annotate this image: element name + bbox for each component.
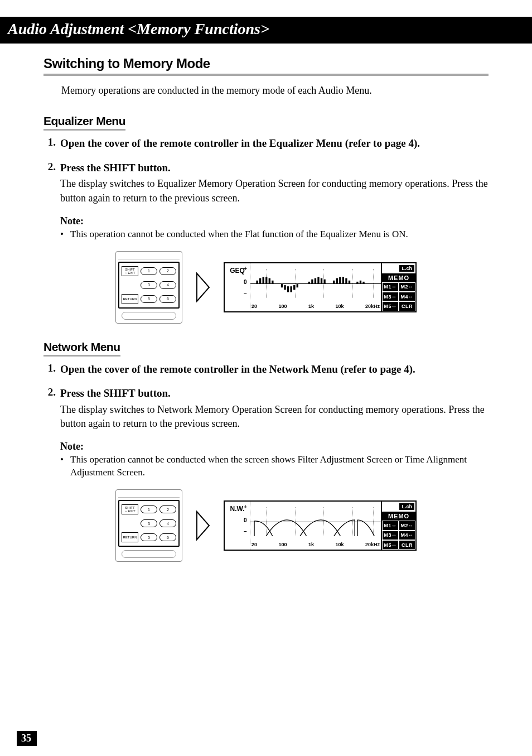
mem-m1: M1↔ [382,282,399,292]
heading-equalizer: Equalizer Menu [43,114,125,131]
mem-clr: CLR [399,540,415,550]
remote-btn-2: 2 [159,505,176,513]
bullet-icon: • [60,228,70,241]
xlabel-10k: 10k [335,542,344,547]
section-banner: Audio Adjustment <Memory Functions> [0,17,532,44]
eq-step1-title: Open the cover of the remote controller … [60,136,489,151]
remote-btn-2: 2 [159,267,176,275]
svg-rect-17 [323,280,325,284]
axis-minus: – [244,290,247,296]
svg-rect-6 [281,284,283,287]
svg-rect-4 [269,278,270,283]
remote-diagram: SHIFT ↔EXIT 1 2 3 4 RETURN 5 6 [115,251,182,324]
svg-rect-11 [297,284,298,287]
lch-badge: L.ch [399,265,414,272]
svg-rect-23 [349,281,350,284]
geq-display: GEQ + 0 – [224,262,417,312]
svg-rect-22 [345,278,347,283]
nw-step2-desc: The display switches to Network Memory O… [60,403,489,431]
xlabel-20khz: 20kHz [365,542,380,547]
remote-btn-6: 6 [159,295,176,303]
remote-btn-1: 1 [141,267,157,275]
mem-m1: M1↔ [382,521,399,530]
xlabel-1k: 1k [308,542,314,547]
nw-step1-title: Open the cover of the remote controller … [60,362,489,377]
mem-clr: CLR [399,301,415,311]
return-button-label: RETURN [122,294,138,304]
xlabel-1k: 1k [308,304,314,309]
nw-curves [250,507,381,536]
svg-rect-19 [336,278,338,283]
svg-rect-2 [263,277,264,283]
svg-rect-14 [315,278,316,283]
svg-rect-24 [356,282,358,284]
axis-plus: + [244,266,247,272]
xlabel-20khz: 20kHz [365,304,380,309]
heading-network: Network Menu [43,340,120,357]
intro-text: Memory operations are conducted in the m… [61,84,489,98]
remote-btn-4: 4 [159,281,176,289]
mem-m2: M2↔ [399,282,415,292]
remote-btn-5: 5 [141,295,157,303]
nw-display: N.W. + 0 – [224,500,417,551]
nw-note-label: Note: [60,441,489,452]
svg-rect-25 [360,281,361,284]
svg-rect-5 [272,281,273,284]
arrow-right-icon [196,272,210,302]
return-button-label: RETURN [122,532,138,542]
remote-btn-5: 5 [141,533,157,541]
memo-header: MEMO [382,273,415,282]
shift-button-label: SHIFT ↔EXIT [122,504,138,514]
nw-figure: SHIFT ↔EXIT 1 2 3 4 RETURN 5 6 [43,489,489,562]
heading-switching: Switching to Memory Mode [43,56,489,76]
remote-btn-4: 4 [159,519,176,527]
axis-minus: – [244,528,247,535]
nw-step2-num: 2. [43,386,60,431]
remote-btn-3: 3 [141,519,157,527]
svg-rect-26 [362,282,364,284]
axis-plus: + [244,504,247,510]
xlabel-100: 100 [278,542,287,547]
arrow-right-icon [196,511,210,541]
page-number: 35 [17,731,37,746]
mem-m5: M5↔ [382,540,399,550]
xlabel-20: 20 [252,304,257,309]
svg-rect-21 [342,277,344,283]
xlabel-20: 20 [252,542,257,547]
bullet-icon: • [60,454,70,479]
svg-rect-13 [311,280,313,284]
svg-rect-10 [293,285,295,290]
remote-btn-6: 6 [159,533,176,541]
svg-rect-12 [308,282,310,284]
mem-m4: M4↔ [399,292,415,301]
nw-note-text: This operation cannot be conducted when … [70,454,489,479]
svg-rect-20 [339,277,341,283]
mem-m2: M2↔ [399,521,415,530]
svg-rect-1 [259,278,261,283]
xlabel-10k: 10k [335,304,344,309]
svg-rect-9 [290,286,292,292]
svg-rect-0 [256,281,258,284]
geq-bars [254,269,378,298]
svg-rect-18 [333,281,335,284]
memo-header: MEMO [382,512,415,521]
svg-rect-7 [284,285,286,290]
mem-m5: M5↔ [382,301,399,311]
eq-step2-num: 2. [43,161,60,205]
svg-rect-16 [321,278,322,283]
remote-diagram: SHIFT ↔EXIT 1 2 3 4 RETURN 5 6 [115,489,182,562]
nw-step2-title: Press the SHIFT button. [60,386,489,401]
mem-m4: M4↔ [399,531,415,540]
mem-m3: M3↔ [382,531,399,540]
mem-m3: M3↔ [382,292,399,301]
lch-badge: L.ch [399,503,414,510]
svg-rect-8 [287,286,289,292]
eq-step2-desc: The display switches to Equalizer Memory… [60,177,489,205]
nw-step1-num: 1. [43,362,60,377]
remote-btn-3: 3 [141,281,157,289]
axis-zero: 0 [244,517,247,523]
eq-step2-title: Press the SHIFT button. [60,161,489,175]
xlabel-100: 100 [278,304,287,309]
remote-btn-1: 1 [141,505,157,513]
eq-figure: SHIFT ↔EXIT 1 2 3 4 RETURN 5 6 [43,251,489,324]
